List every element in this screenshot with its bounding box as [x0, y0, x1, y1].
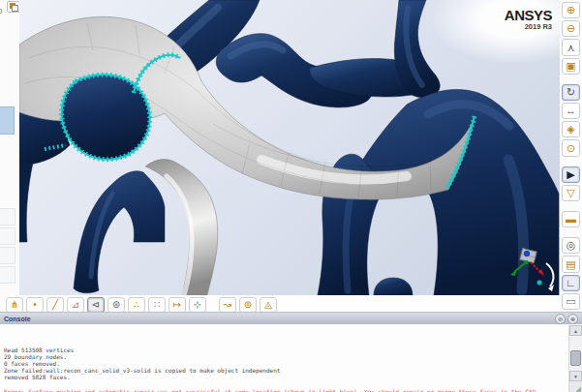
expand-selection-icon[interactable]: ⊹	[189, 297, 206, 313]
zoom-box-icon[interactable]: ⊕	[562, 2, 580, 18]
ruler-icon[interactable]: ▬	[562, 211, 580, 227]
clipped-list-item[interactable]	[0, 227, 15, 245]
select-pointer-icon[interactable]: ⊲	[87, 297, 105, 313]
left-panel-edge: 0	[0, 0, 20, 295]
node-cluster-icon[interactable]: ∴	[128, 297, 145, 313]
filter-triangle-icon[interactable]: ▽	[562, 185, 580, 201]
display-toolbar-horizontal: ⋔•╱⊿⊲⊛∴∷↦⊹↝⊚◬	[6, 296, 280, 313]
axes-plot-icon[interactable]: ∟	[562, 275, 580, 291]
clipped-selected-item[interactable]	[0, 106, 15, 135]
isometric-view-icon[interactable]: ⋏	[562, 39, 580, 55]
point-grid-icon[interactable]: ∷	[148, 297, 166, 313]
point-display-icon[interactable]: •	[26, 297, 44, 313]
sphere-pair-icon[interactable]: ⊚	[239, 297, 257, 313]
model-viewport-canvas[interactable]	[19, 0, 560, 295]
console-line: Error: Surface meshing and automatic rep…	[4, 388, 567, 392]
clipped-text-fragment: 0	[0, 7, 2, 15]
copy-layers-icon[interactable]: ▤	[562, 256, 580, 272]
scroll-up-icon[interactable]: ▲	[569, 325, 582, 336]
console-header[interactable]: Console ⊘⊗	[0, 313, 582, 324]
scroll-down-icon[interactable]: ▼	[569, 371, 582, 381]
resize-grip-icon[interactable]	[569, 381, 582, 392]
graphics-viewport[interactable]: ANSYS 2019 R3	[19, 0, 560, 295]
clipped-list-item[interactable]	[0, 266, 15, 284]
clipped-list-item[interactable]	[0, 247, 15, 264]
undock-console-icon[interactable]: ⊘	[555, 314, 566, 324]
spline-probe-icon[interactable]: ↝	[219, 297, 236, 313]
rotate-view-icon[interactable]: ↻	[562, 84, 580, 101]
console-line: removed 5828 faces.	[4, 374, 567, 380]
pan-view-icon[interactable]: ↔	[562, 103, 580, 119]
measure-distance-icon[interactable]: ↦	[168, 297, 186, 313]
magnifier-icon[interactable]: ⊙	[562, 139, 580, 156]
console-line: Read 513508 vertices	[4, 347, 567, 353]
triangle-mesh-icon[interactable]: ◬	[260, 297, 277, 313]
console-output: Read 513508 vertices29 boundary nodes.0 …	[4, 325, 567, 392]
face-display-icon[interactable]: ⊿	[67, 297, 84, 313]
clipped-list-item[interactable]	[0, 208, 15, 226]
view-toolbar-vertical: ⊕⊖⋏▣↻↔◈⊙▶▽▬◎▤∟▭	[560, 0, 582, 312]
close-console-icon[interactable]: ⊗	[567, 314, 578, 324]
perspective-globe-icon[interactable]: ◎	[562, 237, 580, 254]
edge-display-icon[interactable]: ╱	[46, 297, 64, 313]
flag-probe-icon[interactable]: ▶	[562, 166, 580, 183]
zoom-back-icon[interactable]: ⊖	[562, 20, 580, 37]
console-title: Console	[4, 316, 553, 322]
console-panel: Console ⊘⊗ Read 513508 vertices29 bounda…	[0, 312, 582, 392]
console-line: 29 boundary nodes.	[4, 353, 567, 360]
ansys-meshing-window: 0	[0, 0, 582, 392]
node-display-icon[interactable]: ⋔	[6, 297, 23, 313]
console-line: 0 faces removed.	[4, 360, 567, 367]
copy-screen-icon[interactable]: ▣	[562, 58, 580, 75]
sphere-size-icon[interactable]: ⊛	[107, 297, 125, 313]
zoom-dolly-icon[interactable]: ◈	[562, 121, 580, 137]
panel-window-icon[interactable]: ▭	[562, 293, 580, 310]
clipped-copy-icon[interactable]	[7, 1, 20, 13]
scrollbar-thumb[interactable]	[570, 350, 581, 366]
console-line: Zone failed:wall:recon_canc_solid_v3-sol…	[4, 367, 567, 374]
console-line	[4, 381, 567, 388]
